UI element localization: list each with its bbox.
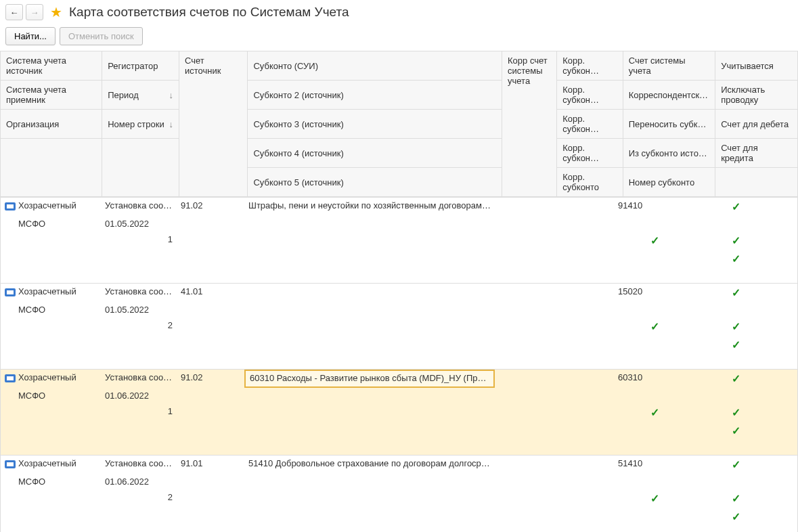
col-sub-no[interactable]: Номер субконто xyxy=(623,168,715,197)
col-line-no[interactable]: Номер строки↓ xyxy=(102,110,179,139)
checkmark-icon: ✓ xyxy=(732,339,740,351)
find-button[interactable]: Найти... xyxy=(5,27,56,45)
src-account-value: 91.01 xyxy=(177,456,244,474)
sort-arrow-icon: ↓ xyxy=(169,119,173,129)
grid-body: ХозрасчетныйУстановка соот…91.02Штрафы, … xyxy=(0,197,798,532)
checkmark-icon: ✓ xyxy=(732,287,740,298)
checkmark-icon: ✓ xyxy=(650,493,659,504)
col-sub3[interactable]: Субконто 3 (источник) xyxy=(248,110,502,139)
document-icon xyxy=(5,374,16,382)
line-no-value: 2 xyxy=(101,489,177,508)
line-no-value: 1 xyxy=(101,231,177,250)
period-value: 01.06.2022 xyxy=(101,474,177,489)
subconto-value[interactable]: 60310 Расходы - Развитие рынков сбыта (М… xyxy=(244,370,495,388)
col-src-system[interactable]: Система учета источник xyxy=(1,51,102,81)
col-sub4[interactable]: Субконто 4 (источник) xyxy=(248,139,502,168)
col-dst-system[interactable]: Система учета приемник xyxy=(1,81,102,110)
col-corr-sub5[interactable]: Корр. субконто xyxy=(557,168,623,197)
header-table: Система учета источник Регистратор Счет … xyxy=(0,51,798,197)
cancel-search-button[interactable]: Отменить поиск xyxy=(60,27,143,45)
checkmark-icon: ✓ xyxy=(650,235,659,246)
checkmark-icon: ✓ xyxy=(732,511,740,523)
checkmark-icon: ✓ xyxy=(732,493,740,504)
col-from-sub[interactable]: Из субконто исто… xyxy=(623,139,715,168)
star-icon: ★ xyxy=(50,4,62,20)
col-empty xyxy=(715,168,798,197)
col-empty xyxy=(1,139,102,197)
registrar-value: Установка соот… xyxy=(101,370,177,388)
table-row[interactable]: ХозрасчетныйУстановка соот…91.02Штрафы, … xyxy=(1,197,797,283)
col-sys-account[interactable]: Счет системы учета xyxy=(623,51,715,81)
col-debit[interactable]: Счет для дебета xyxy=(715,110,798,139)
src-account-value: 91.02 xyxy=(177,370,244,388)
checkmark-icon: ✓ xyxy=(732,425,740,437)
col-empty xyxy=(102,139,179,197)
sys-account-value: 51410 xyxy=(614,456,695,474)
col-subconto[interactable]: Субконто (СУИ) xyxy=(248,51,502,81)
col-registrar[interactable]: Регистратор xyxy=(102,51,179,81)
forward-button[interactable]: → xyxy=(26,4,43,20)
table-row[interactable]: ХозрасчетныйУстановка соот…91.0260310 Ра… xyxy=(1,369,797,455)
registrar-value: Установка соот… xyxy=(101,198,177,216)
src-system-value: Хозрасчетный xyxy=(18,200,76,210)
registrar-value: Установка соот… xyxy=(101,284,177,302)
period-value: 01.05.2022 xyxy=(101,216,177,231)
period-value: 01.05.2022 xyxy=(101,302,177,317)
checkmark-icon: ✓ xyxy=(732,373,740,384)
col-sub2[interactable]: Субконто 2 (источник) xyxy=(248,81,502,110)
checkmark-icon: ✓ xyxy=(732,253,740,265)
dst-system-value: МСФО xyxy=(1,216,101,231)
subconto-value xyxy=(244,284,495,302)
line-no-value: 1 xyxy=(101,403,177,422)
period-value: 01.06.2022 xyxy=(101,388,177,403)
src-system-value: Хозрасчетный xyxy=(18,286,76,296)
col-transfer-sub[interactable]: Переносить субк… xyxy=(623,110,715,139)
src-account-value: 91.02 xyxy=(177,198,244,216)
sys-account-value: 91410 xyxy=(614,198,695,216)
col-counted[interactable]: Учитывается xyxy=(715,51,798,81)
src-system-value: Хозрасчетный xyxy=(18,458,76,468)
table-row[interactable]: ХозрасчетныйУстановка соот…41.0115020✓МС… xyxy=(1,283,797,369)
dst-system-value: МСФО xyxy=(1,474,101,489)
src-account-value: 41.01 xyxy=(177,284,244,302)
page-title: Карта соответствия счетов по Системам Уч… xyxy=(69,5,349,20)
col-org[interactable]: Организация xyxy=(1,110,102,139)
col-exclude[interactable]: Исключать проводку xyxy=(715,81,798,110)
subconto-value: Штрафы, пени и неустойки по хозяйственны… xyxy=(244,198,495,216)
checkmark-icon: ✓ xyxy=(732,201,740,213)
checkmark-icon: ✓ xyxy=(732,407,740,418)
sys-account-value: 60310 xyxy=(614,370,695,388)
document-icon xyxy=(5,288,16,296)
line-no-value: 2 xyxy=(101,317,177,336)
src-system-value: Хозрасчетный xyxy=(18,372,76,382)
dst-system-value: МСФО xyxy=(1,302,101,317)
registrar-value: Установка соот… xyxy=(101,456,177,474)
subconto-value: 51410 Добровольное страхование по догово… xyxy=(244,456,495,474)
checkmark-icon: ✓ xyxy=(732,321,740,332)
table-row[interactable]: ХозрасчетныйУстановка соот…91.0151410 До… xyxy=(1,455,797,532)
checkmark-icon: ✓ xyxy=(650,407,659,418)
sys-account-value: 15020 xyxy=(614,284,695,302)
col-credit[interactable]: Счет для кредита xyxy=(715,139,798,168)
col-corr-sub2[interactable]: Корр. субкон… xyxy=(557,81,623,110)
col-src-account[interactable]: Счет источник xyxy=(179,51,248,197)
col-corr-sub4[interactable]: Корр. субкон… xyxy=(557,139,623,168)
checkmark-icon: ✓ xyxy=(650,321,659,332)
document-icon xyxy=(5,202,16,210)
dst-system-value: МСФО xyxy=(1,388,101,403)
col-corr-sub3[interactable]: Корр. субкон… xyxy=(557,110,623,139)
document-icon xyxy=(5,460,16,468)
col-corr[interactable]: Корреспондентск… xyxy=(623,81,715,110)
checkmark-icon: ✓ xyxy=(732,459,740,470)
checkmark-icon: ✓ xyxy=(732,235,740,246)
col-period[interactable]: Период↓ xyxy=(102,81,179,110)
col-corr-sub1[interactable]: Корр. субкон… xyxy=(557,51,623,81)
back-button[interactable]: ← xyxy=(5,4,23,20)
col-sub5[interactable]: Субконто 5 (источник) xyxy=(248,168,502,197)
col-corr-account[interactable]: Корр счет системы учета xyxy=(502,51,557,197)
sort-arrow-icon: ↓ xyxy=(169,90,173,100)
